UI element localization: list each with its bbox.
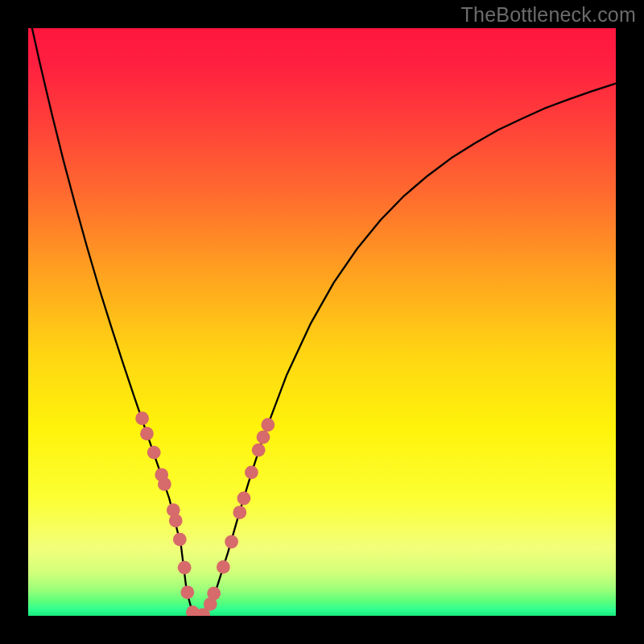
highlight-dot bbox=[237, 492, 251, 506]
outer-frame: TheBottleneck.com bbox=[0, 0, 644, 644]
highlight-dot bbox=[180, 585, 194, 599]
highlight-dot bbox=[233, 506, 246, 519]
highlight-dot bbox=[158, 477, 171, 491]
highlight-dot bbox=[207, 587, 221, 601]
highlight-dot bbox=[169, 514, 183, 527]
highlight-dot bbox=[178, 561, 192, 575]
highlight-dot bbox=[173, 533, 187, 547]
highlight-dot bbox=[147, 446, 161, 460]
highlight-dot bbox=[245, 465, 258, 479]
highlight-dot bbox=[252, 444, 266, 457]
highlight-dot bbox=[257, 431, 270, 444]
highlight-dot bbox=[225, 535, 238, 549]
highlight-dot bbox=[140, 427, 154, 440]
chart-svg bbox=[28, 28, 616, 616]
highlight-dot bbox=[261, 418, 275, 431]
highlight-dot bbox=[135, 411, 149, 425]
plot-area bbox=[28, 28, 616, 616]
highlight-dot bbox=[217, 560, 230, 574]
watermark-text: TheBottleneck.com bbox=[461, 3, 636, 27]
